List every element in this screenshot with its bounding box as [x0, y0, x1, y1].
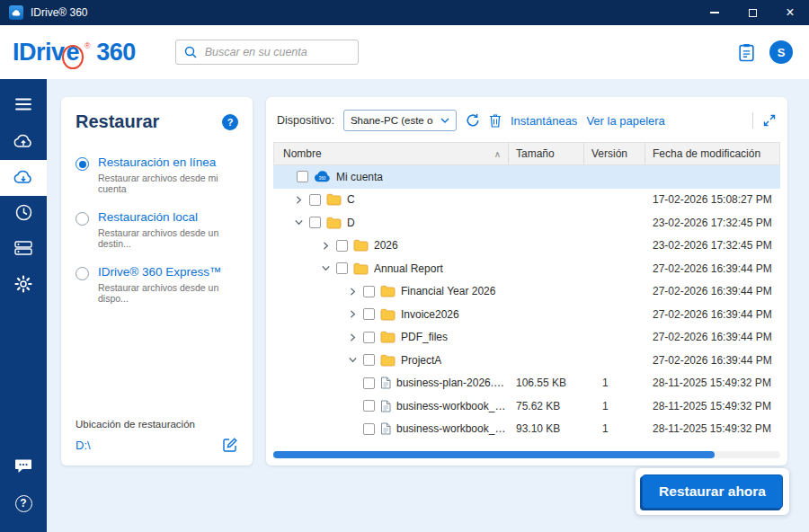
row-checkbox[interactable]	[363, 286, 375, 297]
row-checkbox[interactable]	[309, 194, 321, 206]
cell-size: 75.62 KB	[509, 400, 584, 412]
row-label: ProjectA	[401, 354, 441, 367]
radio-button[interactable]	[76, 212, 89, 226]
refresh-icon[interactable]	[466, 113, 480, 128]
restore-panel: Restaurar ? Restauración en línea Restau…	[61, 97, 253, 466]
table-row[interactable]: PDF_files 27-02-2026 16:39:44 PM	[273, 326, 780, 350]
file-rows: 360 Mi cuenta C 17-02-2026 15:08:27 PM D…	[273, 165, 780, 447]
expand-arrow-icon[interactable]	[347, 333, 358, 341]
column-header-modified[interactable]: Fecha de modificación	[645, 143, 779, 164]
sidebar-item-menu[interactable]	[0, 88, 47, 124]
svg-text:360: 360	[319, 176, 326, 181]
search-input[interactable]	[203, 45, 353, 59]
close-button[interactable]: ×	[771, 0, 809, 25]
restore-option[interactable]: Restauración en línea Restaurar archivos…	[76, 155, 238, 194]
cell-name: ProjectA	[273, 354, 509, 367]
logo-text: IDriv	[13, 39, 65, 66]
user-avatar[interactable]: S	[769, 40, 793, 64]
restore-now-button[interactable]: Restaurar ahora	[642, 474, 783, 509]
sidebar-item-restore[interactable]	[0, 160, 47, 196]
row-label: business-plan-2026.docx	[396, 377, 509, 389]
row-checkbox[interactable]	[363, 377, 375, 389]
view-trash-link[interactable]: Ver la papelera	[586, 114, 664, 128]
row-checkbox[interactable]	[336, 262, 348, 274]
expand-arrow-icon[interactable]	[293, 218, 304, 226]
expand-arrow-icon[interactable]	[320, 264, 331, 272]
row-type-icon	[380, 422, 391, 435]
table-row[interactable]: business-plan-2026.docx 106.55 KB 1 28-1…	[273, 372, 780, 395]
sidebar-item-devices[interactable]	[0, 232, 47, 268]
cell-date: 27-02-2026 16:39:44 PM	[645, 354, 780, 367]
table-row[interactable]: Financial Year 2026 27-02-2026 16:39:44 …	[273, 280, 780, 304]
window-title: IDrive® 360	[31, 6, 88, 19]
restore-option[interactable]: IDrive® 360 Express™ Restaurar archivos …	[76, 265, 238, 304]
row-checkbox[interactable]	[336, 240, 348, 252]
table-row[interactable]: business-workbook_planB... 75.62 KB 1 28…	[273, 395, 780, 418]
titlebar: IDrive® 360 ×	[0, 0, 809, 25]
column-header-name[interactable]: Nombre ∧	[274, 143, 508, 164]
sidebar-item-backup[interactable]	[0, 124, 47, 160]
device-dropdown[interactable]: Shane-PC (este orde...	[343, 110, 457, 131]
sidebar-item-feedback[interactable]	[0, 449, 47, 485]
table-row[interactable]: Annual Report 27-02-2026 16:39:44 PM	[273, 257, 780, 280]
option-label: Restauración local	[98, 210, 238, 224]
column-header-version[interactable]: Versión	[583, 143, 645, 164]
option-description: Restaurar archivos desde mi cuenta	[98, 173, 238, 194]
browser-toolbar: Dispositivo: Shane-PC (este orde... Inst…	[273, 106, 780, 142]
restore-help-icon[interactable]: ?	[222, 114, 238, 130]
edit-location-icon[interactable]	[222, 437, 238, 453]
cell-date: 27-02-2026 16:39:44 PM	[645, 262, 780, 275]
cell-name: 360 Mi cuenta	[273, 171, 509, 183]
expand-arrow-icon[interactable]	[347, 356, 358, 364]
account-search[interactable]	[175, 40, 359, 65]
row-checkbox[interactable]	[297, 171, 308, 182]
cell-date: 28-11-2025 15:49:32 PM	[645, 400, 780, 412]
device-label: Dispositivo:	[277, 114, 334, 127]
expand-arrow-icon[interactable]	[320, 242, 331, 250]
column-header-size[interactable]: Tamaño	[508, 143, 583, 164]
row-label: 2026	[374, 239, 398, 252]
minimize-button[interactable]	[696, 0, 733, 25]
table-row[interactable]: ProjectA 27-02-2026 16:39:44 PM	[273, 349, 780, 372]
cell-date: 28-11-2025 15:49:32 PM	[645, 422, 780, 435]
row-checkbox[interactable]	[309, 217, 321, 228]
row-type-icon	[353, 239, 369, 252]
snapshots-link[interactable]: Instantáneas	[511, 114, 577, 128]
sidebar-item-help[interactable]: ?	[0, 485, 47, 521]
row-type-icon: 360	[314, 171, 331, 182]
expand-arrow-icon[interactable]	[293, 196, 304, 204]
row-checkbox[interactable]	[363, 332, 375, 343]
expand-panel-icon[interactable]	[762, 113, 777, 128]
row-checkbox[interactable]	[363, 423, 375, 435]
cell-size: 106.55 KB	[509, 377, 584, 389]
delete-icon[interactable]	[489, 113, 502, 128]
maximize-icon	[749, 9, 757, 17]
close-icon: ×	[786, 5, 794, 20]
scrollbar-thumb[interactable]	[273, 451, 715, 458]
table-row[interactable]: 360 Mi cuenta	[273, 165, 780, 189]
sort-ascending-icon[interactable]: ∧	[494, 149, 501, 159]
sidebar-item-activity[interactable]	[0, 196, 47, 232]
horizontal-scrollbar[interactable]	[273, 451, 780, 458]
sidebar-item-settings[interactable]	[0, 268, 47, 304]
restore-option[interactable]: Restauración local Restaurar archivos de…	[76, 210, 238, 249]
maximize-button[interactable]	[733, 0, 771, 25]
table-row[interactable]: C 17-02-2026 15:08:27 PM	[273, 189, 780, 212]
table-row[interactable]: Invoice2026 27-02-2026 16:39:44 PM	[273, 303, 780, 326]
table-row[interactable]: D 23-02-2026 17:32:45 PM	[273, 211, 780, 235]
row-label: Invoice2026	[401, 308, 459, 321]
row-checkbox[interactable]	[363, 354, 375, 366]
row-checkbox[interactable]	[363, 308, 375, 320]
cell-name: business-plan-2026.docx	[273, 377, 509, 389]
radio-button[interactable]	[76, 267, 89, 280]
reports-icon[interactable]	[738, 43, 755, 62]
radio-button[interactable]	[76, 157, 89, 171]
option-description: Restaurar archivos desde un dispo...	[98, 282, 238, 304]
row-checkbox[interactable]	[363, 400, 375, 412]
row-type-icon	[380, 354, 396, 367]
row-label: Financial Year 2026	[401, 285, 495, 297]
expand-arrow-icon[interactable]	[347, 310, 358, 318]
expand-arrow-icon[interactable]	[347, 288, 358, 296]
table-row[interactable]: business-workbook_planC... 93.10 KB 1 28…	[273, 418, 780, 441]
table-row[interactable]: 2026 23-02-2026 17:32:45 PM	[273, 235, 780, 258]
